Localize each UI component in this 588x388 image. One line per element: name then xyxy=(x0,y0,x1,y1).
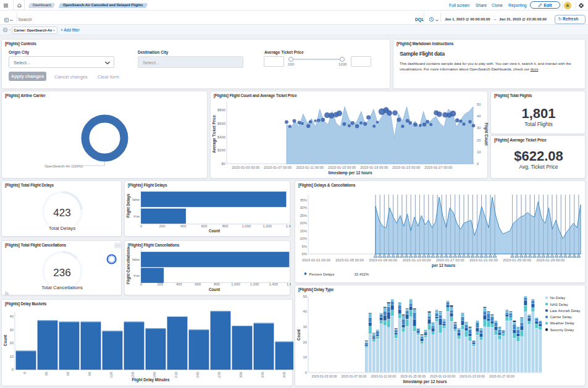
svg-text:10: 10 xyxy=(477,150,481,154)
svg-text:40: 40 xyxy=(477,114,481,118)
svg-text:2023-01-13 00:00: 2023-01-13 00:00 xyxy=(403,258,431,262)
svg-text:Count: Count xyxy=(209,229,220,233)
svg-text:15%: 15% xyxy=(300,229,307,233)
svg-text:32.432%: 32.432% xyxy=(354,272,369,276)
svg-text:0%: 0% xyxy=(302,252,307,256)
svg-text:1,6: 1,6 xyxy=(287,282,291,286)
svg-text:Late Aircraft Delay: Late Aircraft Delay xyxy=(550,309,581,313)
svg-text:OpenSearch-Air (100%): OpenSearch-Air (100%) xyxy=(44,164,83,168)
svg-text:NAS Delay: NAS Delay xyxy=(550,303,568,306)
svg-text:35%: 35% xyxy=(300,198,307,202)
svg-text:10: 10 xyxy=(10,355,14,358)
svg-text:per 12 hours: per 12 hours xyxy=(432,263,455,268)
svg-text:50: 50 xyxy=(477,103,481,106)
svg-text:Average Ticket Price: Average Ticket Price xyxy=(212,115,217,153)
svg-text:Flight Count: Flight Count xyxy=(484,122,489,146)
svg-text:600: 600 xyxy=(201,224,208,228)
svg-text:2023-01-01 00:00: 2023-01-01 00:00 xyxy=(302,258,330,262)
svg-text:Count: Count xyxy=(209,287,220,292)
svg-text:1,000: 1,000 xyxy=(242,224,251,228)
svg-text:0: 0 xyxy=(140,282,142,286)
svg-text:20: 20 xyxy=(303,340,307,344)
svg-text:2023-01-25 00:00: 2023-01-25 00:00 xyxy=(503,258,531,262)
svg-text:30: 30 xyxy=(44,372,48,376)
svg-text:210: 210 xyxy=(174,372,178,378)
svg-text:40: 40 xyxy=(303,310,307,313)
svg-text:true: true xyxy=(133,274,140,277)
svg-text:2023-01-07 00:00: 2023-01-07 00:00 xyxy=(341,374,366,378)
svg-text:2023-01-19 00:00: 2023-01-19 00:00 xyxy=(360,166,388,169)
svg-text:60: 60 xyxy=(66,372,70,376)
svg-text:$0: $0 xyxy=(222,162,225,166)
svg-text:Flight Cancellations: Flight Cancellations xyxy=(126,247,131,284)
svg-text:true: true xyxy=(133,214,140,218)
svg-text:2023-01-23 00:00: 2023-01-23 00:00 xyxy=(392,166,420,169)
svg-text:2023-01-17 00:00: 2023-01-17 00:00 xyxy=(436,258,464,262)
svg-text:2023-01-19 00:00: 2023-01-19 00:00 xyxy=(430,374,455,378)
svg-text:Percent Delays: Percent Delays xyxy=(309,272,335,276)
svg-text:10: 10 xyxy=(303,355,307,359)
svg-text:2023-01-05 00:00: 2023-01-05 00:00 xyxy=(335,258,364,262)
svg-text:25%: 25% xyxy=(300,214,307,217)
svg-text:30: 30 xyxy=(477,126,481,130)
svg-text:Flight Delay Minutes: Flight Delay Minutes xyxy=(132,377,170,382)
svg-text:2023-01-21 00:00: 2023-01-21 00:00 xyxy=(469,258,498,262)
svg-text:1,200: 1,200 xyxy=(262,224,272,228)
svg-text:2023-01-07 00:00: 2023-01-07 00:00 xyxy=(264,166,292,169)
svg-text:false: false xyxy=(132,258,140,261)
svg-text:600: 600 xyxy=(195,282,201,286)
svg-text:2023-01-29 00:00: 2023-01-29 00:00 xyxy=(537,258,565,262)
svg-text:330: 330 xyxy=(261,372,264,378)
svg-text:2023-01-03 00:00: 2023-01-03 00:00 xyxy=(312,374,337,378)
svg-text:false: false xyxy=(132,198,140,201)
svg-text:timestamp per 12 hours: timestamp per 12 hours xyxy=(328,171,372,175)
svg-text:2023-01-27 00:00: 2023-01-27 00:00 xyxy=(489,374,514,378)
svg-text:200: 200 xyxy=(157,282,163,286)
svg-text:Carrier Delay: Carrier Delay xyxy=(550,315,572,319)
svg-text:No Delay: No Delay xyxy=(550,296,566,300)
svg-text:270: 270 xyxy=(217,372,221,378)
svg-text:300: 300 xyxy=(239,372,243,378)
svg-text:20: 20 xyxy=(10,341,14,345)
svg-text:0: 0 xyxy=(305,371,307,374)
svg-text:timestamp per 12 hours: timestamp per 12 hours xyxy=(403,379,447,384)
svg-text:2023-01-27 00:00: 2023-01-27 00:00 xyxy=(424,166,452,169)
svg-text:240: 240 xyxy=(196,372,200,378)
svg-text:Weather Delay: Weather Delay xyxy=(550,321,575,325)
svg-text:1,200: 1,200 xyxy=(250,282,259,286)
svg-text:90: 90 xyxy=(88,372,91,376)
svg-text:30: 30 xyxy=(10,328,14,332)
svg-text:0: 0 xyxy=(12,368,14,371)
svg-text:Security Delay: Security Delay xyxy=(550,328,574,332)
svg-text:1,4: 1,4 xyxy=(286,224,291,228)
svg-text:0: 0 xyxy=(140,224,142,228)
svg-text:2023-01-03 00:00: 2023-01-03 00:00 xyxy=(232,166,259,169)
svg-text:2023-01-15 00:00: 2023-01-15 00:00 xyxy=(400,374,426,378)
svg-text:2023-01-11 00:00: 2023-01-11 00:00 xyxy=(371,374,397,378)
svg-text:360: 360 xyxy=(282,372,286,378)
svg-text:400: 400 xyxy=(176,282,182,286)
svg-text:20%: 20% xyxy=(300,221,307,225)
svg-text:20: 20 xyxy=(477,138,481,142)
svg-text:1,000: 1,000 xyxy=(231,282,240,286)
svg-text:30%: 30% xyxy=(300,206,307,209)
svg-text:$800: $800 xyxy=(217,108,225,112)
svg-text:2023-01-23 00:00: 2023-01-23 00:00 xyxy=(460,374,485,378)
svg-text:1,400: 1,400 xyxy=(269,282,278,286)
svg-text:0: 0 xyxy=(477,162,479,166)
svg-text:$600: $600 xyxy=(217,122,225,125)
svg-text:10%: 10% xyxy=(300,237,307,240)
svg-text:2023-01-15 00:00: 2023-01-15 00:00 xyxy=(328,166,356,169)
svg-text:Flight Delays: Flight Delays xyxy=(126,193,131,218)
svg-text:Count: Count xyxy=(3,334,7,346)
svg-text:800: 800 xyxy=(222,224,229,228)
svg-text:400: 400 xyxy=(180,224,187,228)
svg-text:120: 120 xyxy=(109,372,113,378)
svg-text:$400: $400 xyxy=(217,135,225,139)
svg-text:0: 0 xyxy=(23,372,27,374)
svg-text:800: 800 xyxy=(214,282,220,286)
svg-text:$200: $200 xyxy=(217,148,225,152)
svg-text:30: 30 xyxy=(303,325,307,329)
svg-text:2023-01-11 00:00: 2023-01-11 00:00 xyxy=(296,166,324,169)
svg-text:40: 40 xyxy=(10,314,14,318)
